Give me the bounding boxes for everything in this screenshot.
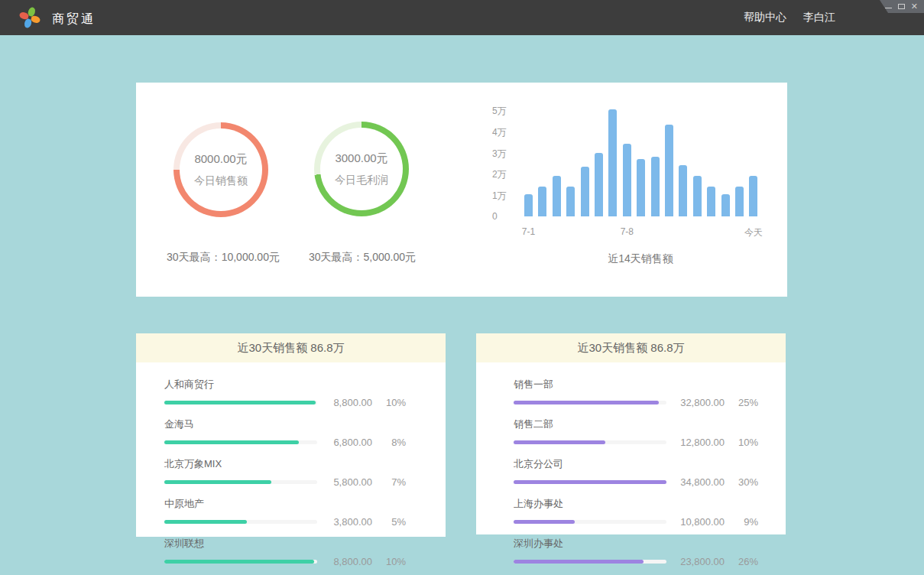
sales-amount: 3,800.00 (317, 516, 372, 528)
department-name: 北京分公司 (514, 457, 758, 471)
sales-percent: 10% (725, 437, 758, 448)
bar (749, 176, 757, 216)
department-name: 上海办事处 (514, 497, 758, 511)
bar (665, 125, 673, 216)
customer-name: 中原地产 (164, 497, 406, 511)
sales-amount: 6,800.00 (317, 437, 372, 448)
today-profit-30d-max: 30天最高：5,000.00元 (271, 251, 454, 265)
bar (651, 157, 660, 216)
x-axis-tick-label: 7-8 (604, 226, 650, 237)
titlebar-menu: 帮助中心 李白江 (744, 0, 835, 35)
titlebar: 商贸通 帮助中心 李白江 ✕ (0, 0, 924, 35)
progress-bar (164, 401, 316, 404)
window-controls: ✕ (880, 0, 924, 13)
bar (524, 194, 533, 216)
progress-track (164, 440, 317, 444)
progress-track (514, 480, 666, 484)
bar (637, 159, 645, 216)
sales-percent: 26% (725, 556, 758, 567)
customer-name: 北京万象MIX (164, 457, 406, 471)
sales-percent: 10% (372, 397, 406, 408)
close-icon[interactable]: ✕ (911, 2, 918, 11)
customer-name: 金海马 (164, 417, 406, 431)
pinwheel-logo-icon (18, 6, 41, 29)
x-axis-tick-label: 7-1 (506, 226, 552, 237)
y-axis-tick-label: 3万 (492, 148, 520, 161)
app-title: 商贸通 (52, 0, 96, 35)
bar (735, 187, 744, 216)
y-axis-tick-label: 5万 (492, 105, 520, 118)
sales-amount: 32,800.00 (666, 397, 725, 408)
today-profit-donut-chart: 3000.00元 今日毛利润 (314, 122, 409, 216)
list-item: 销售一部 32,800.00 25% (476, 378, 786, 408)
sales-percent: 7% (372, 476, 406, 488)
progress-track (514, 520, 666, 524)
bar-chart-caption: 近14天销售额 (495, 252, 786, 266)
maximize-icon[interactable] (898, 4, 905, 9)
today-profit-value: 3000.00元 (335, 151, 387, 166)
sales-percent: 5% (372, 516, 406, 528)
help-center-link[interactable]: 帮助中心 (744, 11, 786, 24)
department-name: 销售二部 (514, 417, 758, 431)
progress-track (514, 440, 666, 444)
bar (721, 194, 730, 216)
sales-percent: 10% (372, 556, 406, 567)
bar (538, 187, 546, 216)
bar (623, 144, 631, 216)
sales-percent: 30% (725, 476, 758, 488)
donut-center-text: 3000.00元 今日毛利润 (314, 122, 409, 216)
sales-amount: 23,800.00 (666, 556, 725, 567)
list-item: 人和商贸行 8,800.00 10% (136, 378, 446, 408)
y-axis-tick-label: 1万 (492, 190, 520, 203)
sales-14d-bar-chart: 近14天销售额 5万4万3万2万1万07-17-8今天 (488, 106, 778, 270)
bar-plot-area (524, 110, 761, 216)
department-ranking-card: 近30天销售额 86.8万 销售一部 32,800.00 25% 销售二部 12… (476, 333, 786, 534)
today-sales-value: 8000.00元 (194, 152, 247, 167)
list-item: 北京万象MIX 5,800.00 7% (136, 457, 446, 488)
customer-ranking-title: 近30天销售额 86.8万 (136, 333, 446, 362)
progress-bar (164, 480, 271, 484)
sales-amount: 12,800.00 (666, 437, 725, 448)
today-sales-label: 今日销售额 (194, 174, 248, 188)
progress-bar (514, 560, 644, 564)
progress-track (164, 520, 317, 524)
sales-amount: 10,800.00 (666, 516, 725, 528)
progress-bar (164, 440, 299, 444)
progress-track (164, 560, 317, 564)
today-sales-donut-chart: 8000.00元 今日销售额 (173, 122, 268, 217)
customer-ranking-card: 近30天销售额 86.8万 人和商贸行 8,800.00 10% 金海马 6,8… (136, 333, 446, 537)
list-item: 深圳办事处 23,800.00 26% (476, 537, 786, 567)
bar (553, 176, 561, 216)
sales-amount: 8,800.00 (317, 397, 372, 408)
username-menu[interactable]: 李白江 (803, 11, 835, 24)
sales-percent: 25% (725, 397, 758, 408)
y-axis-tick-label: 2万 (492, 168, 520, 181)
list-item: 金海马 6,800.00 8% (136, 417, 446, 448)
bar (608, 109, 617, 216)
customer-name: 深圳联想 (164, 537, 406, 551)
customer-ranking-list: 人和商贸行 8,800.00 10% 金海马 6,800.00 8% 北京万象M… (136, 362, 446, 567)
y-axis-tick-label: 4万 (492, 126, 520, 139)
customer-name: 人和商贸行 (164, 378, 406, 391)
bar (707, 187, 715, 216)
sales-percent: 8% (372, 437, 406, 448)
sales-amount: 5,800.00 (317, 476, 372, 488)
today-profit-label: 今日毛利润 (335, 174, 388, 187)
donut-center-text: 8000.00元 今日销售额 (173, 122, 268, 217)
x-axis-tick-label: 今天 (731, 226, 776, 239)
progress-track (514, 560, 666, 564)
list-item: 上海办事处 10,800.00 9% (476, 497, 786, 528)
bar (679, 165, 687, 216)
list-item: 北京分公司 34,800.00 30% (476, 457, 786, 488)
minimize-icon[interactable] (885, 8, 892, 8)
progress-track (514, 401, 666, 404)
bar (693, 176, 702, 216)
progress-bar (164, 520, 247, 524)
progress-bar (514, 520, 575, 524)
progress-bar (514, 440, 605, 444)
department-name: 深圳办事处 (514, 537, 758, 551)
sales-amount: 34,800.00 (666, 476, 725, 488)
list-item: 中原地产 3,800.00 5% (136, 497, 446, 528)
bar (581, 167, 589, 216)
sales-amount: 8,800.00 (317, 556, 372, 567)
